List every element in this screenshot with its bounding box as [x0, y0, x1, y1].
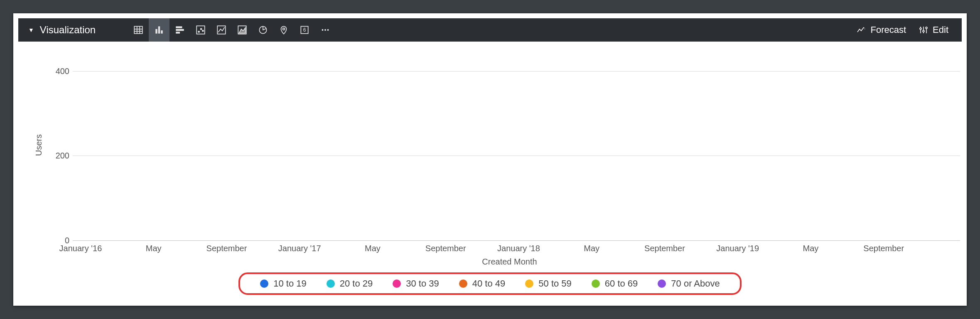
- visualization-panel: ▼ Visualization: [13, 13, 967, 306]
- legend-swatch: [658, 279, 666, 288]
- visualization-type-group: 6: [128, 18, 336, 42]
- svg-rect-8: [176, 26, 182, 28]
- legend-item[interactable]: 50 to 59: [525, 278, 572, 289]
- legend-item[interactable]: 70 or Above: [658, 278, 720, 289]
- svg-point-18: [283, 28, 285, 30]
- edit-button[interactable]: Edit: [914, 18, 953, 42]
- scatter-chart-icon: [195, 25, 206, 35]
- bar-chart-button[interactable]: [169, 18, 190, 42]
- bar-chart-icon: [174, 25, 185, 35]
- x-axis-title: Created Month: [71, 257, 948, 267]
- x-tick-label: May: [584, 244, 599, 253]
- svg-point-25: [920, 28, 921, 30]
- svg-point-12: [198, 31, 199, 32]
- chevron-down-icon: ▼: [28, 27, 34, 33]
- legend-swatch: [327, 279, 335, 288]
- legend-label: 10 to 19: [273, 278, 307, 289]
- legend-swatch: [459, 279, 467, 288]
- pie-chart-button[interactable]: [253, 18, 273, 42]
- y-tick-label: 200: [56, 151, 69, 161]
- svg-point-14: [202, 30, 204, 32]
- x-tick-label: May: [146, 244, 162, 253]
- legend-label: 40 to 49: [472, 278, 506, 289]
- legend-swatch: [393, 279, 401, 288]
- legend-item[interactable]: 40 to 49: [459, 278, 506, 289]
- svg-point-29: [926, 27, 927, 29]
- line-chart-button[interactable]: [211, 18, 232, 42]
- svg-rect-0: [134, 26, 142, 33]
- single-value-icon: 6: [299, 25, 310, 35]
- forecast-icon: [856, 25, 866, 35]
- legend-swatch: [525, 279, 533, 288]
- svg-rect-11: [196, 26, 205, 34]
- legend-label: 50 to 59: [538, 278, 572, 289]
- svg-point-27: [923, 30, 924, 32]
- map-pin-icon: [278, 25, 289, 35]
- svg-point-21: [322, 29, 324, 31]
- legend-label: 60 to 69: [605, 278, 638, 289]
- x-tick-label: September: [425, 244, 466, 253]
- x-axis: January '16MaySeptemberJanuary '17MaySep…: [71, 240, 948, 255]
- x-tick-label: January '16: [59, 244, 102, 253]
- edit-label: Edit: [933, 25, 948, 35]
- x-tick-label: January '18: [497, 244, 540, 253]
- x-tick-label: January '17: [278, 244, 321, 253]
- ellipsis-icon: [320, 25, 331, 35]
- chart-plot[interactable]: [73, 50, 948, 240]
- legend-item[interactable]: 20 to 29: [327, 278, 373, 289]
- column-chart-button[interactable]: [149, 18, 169, 42]
- settings-sliders-icon: [919, 25, 928, 35]
- svg-rect-7: [161, 30, 163, 34]
- x-tick-label: September: [863, 244, 904, 253]
- svg-text:6: 6: [303, 27, 306, 33]
- svg-point-23: [327, 29, 329, 31]
- svg-rect-9: [176, 29, 184, 31]
- forecast-button[interactable]: Forecast: [851, 18, 911, 42]
- legend-swatch: [260, 279, 268, 288]
- scatter-chart-button[interactable]: [190, 18, 211, 42]
- x-tick-label: January '19: [716, 244, 759, 253]
- x-tick-label: May: [803, 244, 819, 253]
- more-chart-types-button[interactable]: [315, 18, 336, 42]
- legend-item[interactable]: 10 to 19: [260, 278, 307, 289]
- svg-point-13: [201, 28, 202, 30]
- x-tick-label: September: [206, 244, 247, 253]
- forecast-label: Forecast: [870, 25, 906, 35]
- x-tick-label: May: [365, 244, 381, 253]
- svg-rect-10: [176, 32, 180, 33]
- legend-swatch: [592, 279, 600, 288]
- section-label: Visualization: [40, 24, 96, 36]
- legend-item[interactable]: 60 to 69: [592, 278, 638, 289]
- table-icon: [133, 25, 144, 35]
- area-chart-icon: [237, 25, 248, 35]
- chart-area: Users 0200400 January '16MaySeptemberJan…: [13, 42, 967, 306]
- svg-rect-6: [158, 26, 160, 33]
- visualization-section-toggle[interactable]: ▼ Visualization: [28, 24, 96, 36]
- y-axis-title: Users: [32, 50, 44, 240]
- area-chart-button[interactable]: [232, 18, 253, 42]
- table-chart-button[interactable]: [128, 18, 149, 42]
- y-tick-label: 400: [56, 66, 69, 76]
- legend-label: 70 or Above: [671, 278, 720, 289]
- single-value-button[interactable]: 6: [294, 18, 315, 42]
- legend-label: 20 to 29: [340, 278, 373, 289]
- svg-point-22: [324, 29, 326, 31]
- line-chart-icon: [216, 25, 227, 35]
- x-tick-label: September: [644, 244, 685, 253]
- column-chart-icon: [154, 25, 165, 35]
- legend: 10 to 1920 to 2930 to 3940 to 4950 to 59…: [238, 272, 742, 295]
- legend-item[interactable]: 30 to 39: [393, 278, 439, 289]
- visualization-toolbar: ▼ Visualization: [18, 18, 962, 42]
- map-chart-button[interactable]: [273, 18, 294, 42]
- pie-chart-icon: [258, 25, 268, 35]
- y-axis: 0200400: [44, 50, 73, 240]
- svg-rect-5: [156, 29, 157, 34]
- legend-label: 30 to 39: [406, 278, 439, 289]
